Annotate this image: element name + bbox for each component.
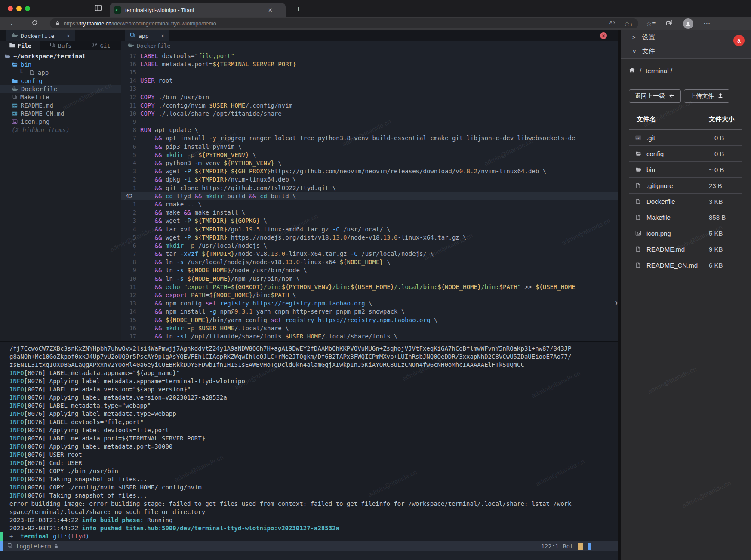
panel-tab-bufs[interactable]: Bufs: [40, 41, 81, 50]
chevron-right-icon: >: [632, 34, 637, 40]
line-number: 15: [121, 69, 140, 76]
explorer-buffer-tab[interactable]: Dockerfile ✕: [6, 30, 75, 41]
code-line[interactable]: 5 && wget -P ${TMPDIR} https://nodejs.or…: [121, 233, 618, 241]
tree-item-dockerfile[interactable]: Dockerfile: [0, 85, 121, 93]
read-aloud-icon[interactable]: A: [609, 19, 616, 28]
code-line[interactable]: 3 && wget -P ${TMPDIR} ${GH_PROXY}https:…: [121, 167, 618, 175]
code-line[interactable]: 7 && tar -xvzf ${TMPDIR}/node-v18.13.0-l…: [121, 250, 618, 258]
file-row-readme-md[interactable]: README.md9 KB: [629, 241, 742, 257]
add-favorite-icon[interactable]: ☆₊: [624, 20, 633, 28]
code-line[interactable]: 6 && pip3 install pynvim \: [121, 142, 618, 151]
code-editor[interactable]: 17LABEL devtools="file,port"16LABEL meta…: [121, 50, 618, 341]
terminal-output[interactable]: /fj7CcwoCW7ZXBc3snKxZNYHpbh7uhwOvx2lsi4W…: [0, 341, 618, 541]
code-line[interactable]: 2 && dpkg -i ${TMPDIR}/nvim-linux64.deb …: [121, 175, 618, 184]
collections-icon[interactable]: [666, 19, 673, 28]
line-number: 10: [121, 275, 140, 282]
file-row-bin[interactable]: bin~ 0 B: [629, 162, 742, 178]
code-line[interactable]: 5 && mkdir -p ${PYTHON_VENV} \: [121, 151, 618, 159]
code-line[interactable]: 3 && wget -P ${TMPDIR} ${GOPKG} \: [121, 217, 618, 225]
current-directory[interactable]: terminal /: [646, 67, 672, 74]
section-settings[interactable]: > 设置: [621, 30, 751, 44]
close-window-button[interactable]: [8, 6, 13, 11]
tab-close-icon[interactable]: ✕: [268, 7, 273, 13]
code-line[interactable]: 7 && apt install -y ripgrep ranger lolca…: [121, 134, 618, 142]
expand-panel-icon[interactable]: ❯: [614, 299, 618, 307]
line-number: 2: [121, 209, 140, 216]
tree-item-app[interactable]: └ app: [0, 68, 121, 77]
code-line[interactable]: 1 && git clone https://github.com/tsl092…: [121, 184, 618, 192]
tree-item-bin[interactable]: bin: [0, 60, 121, 68]
file-row-icon-png[interactable]: icon.png5 KB: [629, 225, 742, 241]
tree-item-config[interactable]: config: [0, 77, 121, 85]
code-line[interactable]: 1 && cmake .. \: [121, 200, 618, 208]
file-row--gitignore[interactable]: .gitignore23 B: [629, 178, 742, 194]
home-icon[interactable]: [629, 67, 635, 74]
user-avatar-badge[interactable]: a: [733, 35, 745, 46]
terminal-line: /fj7CcwoCW7ZXBc3snKxZNYHpbh7uhwOvx2lsi4W…: [9, 345, 618, 353]
terminal-line: INFO[0076] COPY ./config/nvim $USER_HOME…: [9, 484, 618, 492]
code-line[interactable]: 17LABEL devtools="file,port": [121, 52, 618, 60]
back-icon[interactable]: ←: [9, 19, 17, 28]
statusline-buffer-name: toggleterm: [16, 543, 51, 550]
address-bar[interactable]: https://try.titanide.cn/ide/web/coding/t…: [50, 18, 638, 28]
code-line[interactable]: 14USER root: [121, 77, 618, 85]
tree-item-icon-png[interactable]: icon.png: [0, 117, 121, 126]
code-line[interactable]: 14 && npm install -g npm@9.3.1 yarn cnpm…: [121, 308, 618, 316]
tree-item-readme-md[interactable]: README.md: [0, 101, 121, 109]
code-line-current[interactable]: 42 && cd ttyd && mkdir build && cd build…: [121, 192, 618, 200]
code-line[interactable]: 10 && ln -s ${NODE_HOME}/npm /usr/bin/np…: [121, 274, 618, 283]
file-row-dockerfile[interactable]: Dockerfile3 KB: [629, 194, 742, 209]
code-line[interactable]: 15: [121, 68, 618, 76]
panel-tab-git[interactable]: Git: [81, 41, 121, 50]
section-files[interactable]: ∨ 文件: [621, 44, 751, 58]
browser-tab[interactable]: >_ terminal-ttyd-wlotnipo - TitanI ✕: [110, 3, 286, 17]
browser-window: >_ terminal-ttyd-wlotnipo - TitanI ✕ + ←…: [0, 0, 751, 560]
line-number: 7: [121, 250, 140, 257]
file-row-readme-cn-md[interactable]: README_CN.md6 KB: [629, 257, 742, 273]
code-line[interactable]: 16LABEL metadata.port=${TERMINAL_SERVER_…: [121, 60, 618, 68]
code-line[interactable]: 16 && mkdir -p $USER_HOME/.local/share \: [121, 324, 618, 332]
code-line[interactable]: 17 && ln -sf /opt/titanide/share/fonts $…: [121, 332, 618, 340]
favorites-icon[interactable]: ☆≡: [646, 20, 656, 28]
tab-favicon-terminal-icon: >_: [114, 6, 121, 14]
file-row--git[interactable]: git.git~ 0 B: [629, 130, 742, 146]
code-line[interactable]: 9 && ln -s ${NODE_HOME}/node /usr/bin/no…: [121, 266, 618, 274]
refresh-icon[interactable]: [31, 19, 38, 28]
editor-buffer-tab[interactable]: app ✕: [125, 30, 169, 41]
upload-file-button[interactable]: 上传文件: [684, 89, 729, 103]
close-icon[interactable]: ✕: [161, 33, 164, 39]
code-line[interactable]: 6 && mkdir -p /usr/local/nodejs \: [121, 241, 618, 249]
buffer-icon: [7, 543, 13, 550]
tree-item-readme-cn-md[interactable]: README_CN.md: [0, 109, 121, 117]
tree-item--workspace-terminal[interactable]: ~/workspace/terminal: [0, 52, 121, 60]
go-up-button[interactable]: 返回上一级: [629, 89, 681, 103]
profile-avatar[interactable]: [683, 18, 693, 29]
file-row-makefile[interactable]: Makefile858 B: [629, 209, 742, 225]
panel-tab-file[interactable]: File: [0, 41, 40, 50]
tree-item-makefile[interactable]: Makefile: [0, 93, 121, 101]
code-line[interactable]: 13 && npm config set registry https://re…: [121, 299, 618, 308]
code-line[interactable]: 4 && python3 -m venv ${PYTHON_VENV} \: [121, 159, 618, 167]
code-line[interactable]: 8RUN apt update \: [121, 126, 618, 134]
file-row-config[interactable]: config~ 0 B: [629, 146, 742, 162]
code-line[interactable]: 13: [121, 85, 618, 93]
code-line[interactable]: 4 && tar xvf ${TMPDIR}/go1.19.5.linux-am…: [121, 225, 618, 233]
minimize-window-button[interactable]: [16, 6, 22, 11]
zoom-window-button[interactable]: [25, 6, 30, 11]
code-line[interactable]: 15 && ${NODE_HOME}/bin/yarn config set r…: [121, 316, 618, 324]
line-number: 11: [121, 102, 140, 109]
code-line[interactable]: 12 && export PATH=${NODE_HOME}/bin:$PATH…: [121, 291, 618, 299]
close-icon[interactable]: ✕: [67, 33, 70, 39]
close-all-button[interactable]: ✕: [600, 32, 607, 39]
url-text: https://try.titanide.cn/ide/web/coding/t…: [64, 21, 216, 27]
code-line[interactable]: 8 && ln -s /usr/local/nodejs/node-v18.13…: [121, 258, 618, 266]
code-line[interactable]: 9: [121, 118, 618, 126]
code-line[interactable]: 12COPY ./bin /usr/bin: [121, 93, 618, 101]
tab-list-icon[interactable]: [95, 4, 102, 13]
code-line[interactable]: 10COPY ./.local/share /opt/titanide/shar…: [121, 109, 618, 117]
code-line[interactable]: 11 && echo "export PATH=${GOROOT}/bin:${…: [121, 283, 618, 291]
code-line[interactable]: 2 && make && make install \: [121, 209, 618, 217]
code-line[interactable]: 11COPY ./config/nvim $USER_HOME/.config/…: [121, 101, 618, 109]
settings-menu-icon[interactable]: ···: [704, 20, 711, 27]
new-tab-button[interactable]: +: [296, 4, 301, 14]
